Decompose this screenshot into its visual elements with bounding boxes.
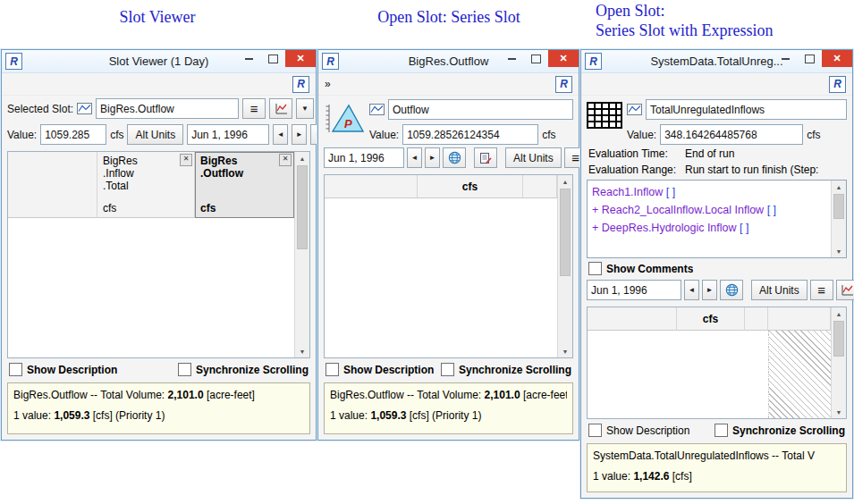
maximize-button[interactable] <box>798 50 822 67</box>
expression-line[interactable]: Reach1.Inflow [ ] <box>592 183 826 201</box>
titlebar[interactable]: R Slot Viewer (1 Day) ✕ <box>2 50 316 73</box>
prev-timestep-button[interactable]: ◄ <box>684 280 699 300</box>
riverware-badge[interactable]: R <box>555 76 572 93</box>
minimize-button[interactable] <box>237 50 261 67</box>
minimize-button[interactable] <box>500 50 524 67</box>
synchronize-scrolling-checkbox[interactable]: Synchronize Scrolling <box>441 363 571 376</box>
riverware-badge[interactable]: R <box>292 76 309 93</box>
series-slot-icon <box>369 104 385 115</box>
slot-info-box: BigRes.Outflow -- Total Volume: 2,101.0 … <box>7 382 310 434</box>
synchronize-scrolling-checkbox[interactable]: Synchronize Scrolling <box>714 424 845 437</box>
column-header-unit[interactable]: cfs <box>677 307 745 331</box>
next-timestep-button[interactable]: ► <box>702 280 717 300</box>
value-label: Value: <box>369 129 399 141</box>
column-header-line: .Outflow <box>200 167 243 180</box>
menu-overflow-icon[interactable]: » <box>322 75 334 93</box>
date-input[interactable]: Jun 1, 1996 <box>187 124 269 145</box>
next-timestep-button[interactable]: ► <box>292 124 307 145</box>
value-input[interactable]: 1059.28526124354 <box>402 124 538 145</box>
value-row: Value: 1059.285 cfs Alt Units Jun 1, 199… <box>2 122 316 147</box>
column-header-outflow[interactable]: ✕ BigRes .Outflow cfs <box>195 152 294 218</box>
close-column-icon[interactable]: ✕ <box>180 154 192 166</box>
column-header-unit: cfs <box>103 202 116 214</box>
table-corner <box>523 175 557 198</box>
goto-date-button[interactable] <box>720 280 743 300</box>
scroll-down-icon[interactable]: ▼ <box>832 406 846 418</box>
show-description-checkbox[interactable]: Show Description <box>588 424 689 437</box>
next-timestep-button[interactable]: ► <box>425 147 440 168</box>
close-button[interactable]: ✕ <box>822 50 852 67</box>
slot-dropdown-button[interactable]: ▼ <box>296 98 314 119</box>
show-description-checkbox[interactable]: Show Description <box>326 363 434 376</box>
scroll-down-icon[interactable]: ▼ <box>832 245 846 257</box>
window-controls: ✕ <box>500 50 579 67</box>
series-slot-icon <box>627 104 642 115</box>
arrow-right-icon: ► <box>296 130 303 139</box>
plot-button[interactable] <box>269 98 292 119</box>
scroll-thumb[interactable] <box>297 165 308 249</box>
titlebar[interactable]: R BigRes.Outflow ✕ <box>318 50 579 73</box>
scroll-thumb[interactable] <box>833 321 844 357</box>
info-line-value: 1 value: 1,059.3 [cfs] (Priority 1) <box>330 409 567 422</box>
date-row: Jun 1, 1996 ◄ ► Alt Units ≡ <box>318 145 579 171</box>
scroll-thumb[interactable] <box>833 194 844 219</box>
close-button[interactable]: ✕ <box>548 50 579 67</box>
comments-row: Show Comments <box>581 258 852 277</box>
arrow-left-icon: ◄ <box>277 130 284 139</box>
list-view-button[interactable]: ≡ <box>810 280 833 300</box>
info-line-value: 1 value: 1,059.3 [cfs] (Priority 1) <box>13 409 304 422</box>
slot-name-input[interactable]: Outflow <box>388 99 573 120</box>
scroll-up-icon[interactable]: ▲ <box>832 307 846 320</box>
prev-timestep-button[interactable]: ◄ <box>407 147 422 168</box>
value-input[interactable]: 1059.285 <box>40 124 106 145</box>
minimize-button[interactable] <box>774 50 798 67</box>
show-comments-checkbox[interactable]: Show Comments <box>588 262 693 275</box>
vertical-scrollbar[interactable]: ▲ ▼ <box>831 307 846 418</box>
vertical-scrollbar[interactable]: ▲ ▼ <box>557 175 572 357</box>
close-icon: ✕ <box>833 53 841 64</box>
slot-header-row: P Outflow Value: 1059.28526124354 cfs <box>318 96 579 145</box>
scroll-down-icon[interactable]: ▼ <box>558 345 572 357</box>
checkbox-label: Synchronize Scrolling <box>732 424 845 437</box>
table-corner <box>745 307 768 331</box>
maximize-icon <box>805 55 815 63</box>
plot-button[interactable] <box>836 280 854 300</box>
date-input[interactable]: Jun 1, 1996 <box>587 280 681 300</box>
value-input[interactable]: 348.164264485768 <box>660 124 803 145</box>
scroll-up-icon[interactable]: ▲ <box>295 152 309 164</box>
expression-line[interactable]: + Reach2_LocalInflow.Local Inflow [ ] <box>592 201 826 219</box>
scroll-up-icon[interactable]: ▲ <box>558 175 572 188</box>
checkbox-box <box>178 363 191 376</box>
synchronize-scrolling-checkbox[interactable]: Synchronize Scrolling <box>178 363 309 376</box>
close-column-icon[interactable]: ✕ <box>279 154 292 166</box>
prev-timestep-button[interactable]: ◄ <box>273 124 288 145</box>
scroll-up-icon[interactable]: ▲ <box>832 181 846 193</box>
vertical-scrollbar[interactable]: ▲ ▼ <box>294 152 309 357</box>
titlebar[interactable]: R SystemData.TotalUnreg... ✕ <box>581 50 852 73</box>
close-button[interactable]: ✕ <box>285 50 316 67</box>
maximize-button[interactable] <box>524 50 548 67</box>
selected-slot-input[interactable]: BigRes.Outflow <box>96 98 239 119</box>
list-view-button[interactable]: ≡ <box>242 98 266 119</box>
alt-units-button[interactable]: Alt Units <box>127 124 183 145</box>
date-input[interactable]: Jun 1, 1996 <box>324 147 404 168</box>
expression-line[interactable]: + DeepRes.Hydrologic Inflow [ ] <box>592 219 826 237</box>
column-header-inflow-total[interactable]: ✕ BigRes .Inflow .Total cfs <box>97 152 195 218</box>
scroll-down-icon[interactable]: ▼ <box>295 345 309 357</box>
column-header-line: BigRes <box>200 155 237 167</box>
caption-slot-viewer: Slot Viewer <box>0 7 315 27</box>
scroll-thumb[interactable] <box>560 189 571 276</box>
goto-date-button[interactable] <box>443 147 466 168</box>
column-header-unit[interactable]: cfs <box>418 175 523 198</box>
minimize-icon <box>245 58 253 60</box>
riverware-badge[interactable]: R <box>829 76 846 93</box>
show-description-checkbox[interactable]: Show Description <box>9 363 117 376</box>
vertical-scrollbar[interactable]: ▲ ▼ <box>831 181 846 257</box>
menu-bar: R <box>2 73 316 96</box>
screen: Slot Viewer Open Slot: Series Slot Open … <box>0 0 854 504</box>
alt-units-button[interactable]: Alt Units <box>751 280 807 300</box>
edit-series-button[interactable] <box>474 147 497 168</box>
slot-name-input[interactable]: TotalUnregulatedInflows <box>646 99 847 120</box>
alt-units-button[interactable]: Alt Units <box>505 147 562 168</box>
maximize-button[interactable] <box>261 50 285 67</box>
